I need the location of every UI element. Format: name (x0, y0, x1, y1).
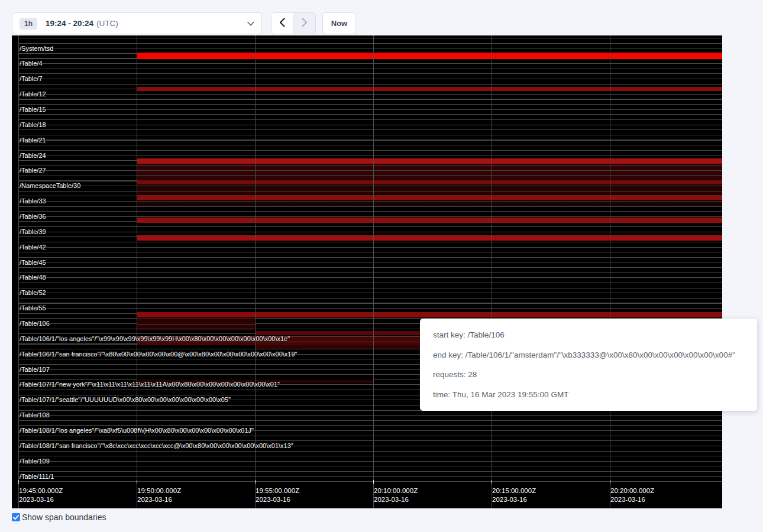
span-row-label: /Table/33 (20, 197, 46, 205)
chevron-right-icon (302, 18, 308, 29)
time-nav-buttons (271, 12, 316, 34)
heatmap-tooltip: start key: /Table/106 end key: /Table/10… (420, 319, 757, 411)
heat-band (137, 87, 722, 91)
heat-band (137, 312, 722, 317)
checkbox-checked-icon[interactable] (12, 513, 20, 521)
span-row-label: /Table/7 (20, 75, 43, 82)
heat-band (137, 218, 722, 223)
key-visualizer-page: 1h 19:24 - 20:24 (UTC) Now /System/tsd/T… (0, 0, 763, 532)
span-row-label: /Table/21 (20, 137, 46, 144)
span-row-label: /Table/45 (20, 259, 46, 266)
axis-time-label: 19:50:00.000Z (137, 487, 181, 494)
range-duration-badge: 1h (20, 18, 37, 30)
time-gridline (610, 35, 610, 508)
span-boundary-gridlines (18, 38, 722, 482)
span-row-label: /Table/15 (20, 106, 46, 113)
heat-band (137, 200, 722, 206)
heat-band (137, 185, 722, 194)
chevron-down-icon (247, 21, 254, 26)
axis-time-label: 20:15:00.000Z (492, 487, 536, 494)
span-row-label: /System/tsd (20, 45, 53, 52)
time-gridline (18, 35, 19, 508)
span-row-label: /Table/106 (20, 320, 50, 327)
axis-tick (18, 480, 19, 484)
span-row-label: /Table/42 (20, 244, 46, 251)
span-row-label: /Table/27 (20, 167, 46, 174)
heat-band (137, 164, 722, 180)
span-row-label: /Table/48 (20, 274, 46, 281)
heat-band (137, 195, 722, 200)
time-range-selector[interactable]: 1h 19:24 - 20:24 (UTC) (12, 12, 262, 34)
span-row-label: /Table/12 (20, 90, 46, 98)
span-row-label: /Table/108 (20, 411, 50, 419)
span-row-label: /Table/55 (20, 304, 46, 312)
span-row-label: /Table/111/1 (20, 473, 54, 480)
checkbox-label: Show span boundaries (22, 512, 106, 522)
span-row-label: /Table/4 (20, 60, 43, 67)
axis-date-label: 2023-03-16 (137, 496, 172, 503)
chevron-left-icon (279, 18, 285, 29)
axis-date-label: 2023-03-16 (374, 496, 409, 503)
span-row-label: /Table/106/1/"san francisco"/"\x80\x00\x… (20, 351, 298, 358)
span-row-label: /Table/52 (20, 289, 46, 296)
span-row-label: /Table/108/1/"san francisco"/"\x8c\xcc\x… (20, 442, 293, 449)
span-row-label: /Table/24 (20, 152, 46, 159)
tooltip-start-key: start key: /Table/106 (433, 325, 744, 345)
axis-date-label: 2023-03-16 (492, 496, 527, 503)
span-row-label: /Table/107 (20, 366, 50, 373)
heat-band (137, 235, 722, 241)
time-gridline (137, 35, 137, 508)
span-row-label: /Table/36 (20, 213, 46, 220)
axis-tick (373, 480, 374, 484)
span-row-label: /Table/108/1/"los angeles"/"\xa8\xf5\u00… (20, 427, 254, 434)
heat-band (137, 180, 722, 184)
tooltip-end-key: end key: /Table/106/1/"amsterdam"/"\xb33… (433, 345, 744, 365)
axis-time-label: 19:45:00.000Z (19, 487, 63, 494)
range-timezone: (UTC) (96, 19, 118, 28)
tooltip-time: time: Thu, 16 Mar 2023 19:55:00 GMT (433, 385, 744, 405)
axis-tick (255, 480, 256, 484)
axis-tick (492, 480, 492, 484)
now-button[interactable]: Now (322, 12, 356, 34)
axis-date-label: 2023-03-16 (19, 496, 54, 503)
time-gridline (492, 35, 492, 508)
time-gridline (255, 35, 256, 508)
axis-time-label: 20:10:00.000Z (374, 487, 418, 494)
next-interval-button[interactable] (293, 12, 316, 34)
heat-band (137, 318, 255, 330)
axis-time-label: 20:20:00.000Z (610, 487, 654, 494)
range-text: 19:24 - 20:24 (46, 19, 93, 28)
axis-date-label: 2023-03-16 (256, 496, 290, 503)
axis-tick (610, 480, 610, 484)
axis-date-label: 2023-03-16 (610, 496, 645, 503)
key-visualizer-heatmap[interactable]: /System/tsd/Table/4/Table/7/Table/12/Tab… (12, 35, 722, 508)
span-row-label: /NamespaceTable/30 (20, 182, 80, 189)
heat-band (137, 379, 373, 383)
heat-band (137, 158, 722, 164)
tooltip-requests: requests: 28 (433, 365, 744, 385)
axis-time-label: 19:55:00.000Z (256, 487, 299, 494)
time-gridline (373, 35, 374, 508)
heat-band (137, 53, 722, 59)
span-row-label: /Table/109 (20, 458, 50, 465)
span-row-label: /Table/18 (20, 121, 46, 128)
previous-interval-button[interactable] (271, 12, 293, 34)
show-span-boundaries-control[interactable]: Show span boundaries (12, 512, 106, 522)
span-row-label: /Table/39 (20, 228, 46, 235)
axis-tick (137, 480, 137, 484)
span-row-label: /Table/107/1/"seattle"/"UUUUUUD\x00\x80\… (20, 396, 231, 403)
